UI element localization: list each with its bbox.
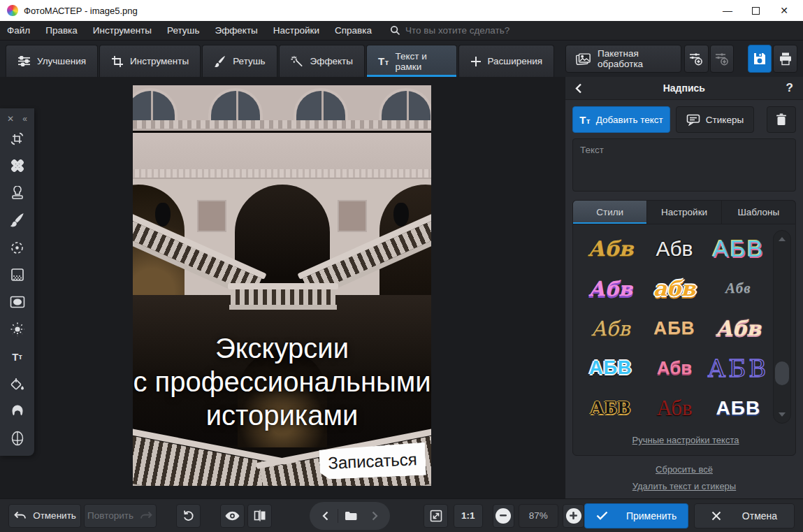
tool-clone-stamp[interactable] — [7, 184, 28, 202]
text-style-preview[interactable]: АБВ — [642, 308, 706, 348]
text-style-preview[interactable]: АБВ — [579, 388, 642, 428]
text-style-preview[interactable]: Абв — [642, 388, 706, 428]
tab-settings[interactable]: Настройки — [647, 201, 721, 224]
text-style-preview[interactable]: Абв — [707, 268, 770, 308]
tool-sun-lighting[interactable] — [7, 320, 28, 338]
save-button[interactable] — [748, 45, 772, 73]
next-image-button[interactable] — [363, 502, 386, 530]
text-style-preview[interactable]: Абв — [707, 308, 770, 348]
tool-paint-bucket[interactable] — [7, 375, 28, 393]
text-style-preview[interactable]: АБВ — [707, 388, 770, 428]
menu-effects[interactable]: Эффекты — [215, 25, 257, 36]
photo-overlay-text[interactable]: Экскурсии с профессиональными историками — [133, 331, 431, 432]
text-style-preview[interactable]: Абв — [642, 348, 706, 388]
compare-button[interactable] — [247, 504, 272, 528]
text-style-preview[interactable]: АБВ — [707, 229, 770, 268]
reset-all-link[interactable]: Сбросить всё — [565, 464, 803, 475]
undo-button[interactable]: Отменить — [8, 504, 81, 528]
tool-hairstyle[interactable] — [7, 402, 28, 420]
main-tab-bar: Улучшения Инструменты Ретушь Эффект — [0, 41, 803, 77]
tool-brush[interactable] — [7, 211, 28, 229]
minimize-button[interactable]: — — [721, 4, 734, 17]
stickers-button[interactable]: Стикеры — [676, 106, 754, 133]
zoom-in-button[interactable] — [563, 504, 584, 528]
menu-file[interactable]: Файл — [7, 25, 30, 36]
photos-icon — [576, 52, 591, 65]
text-style-preview[interactable]: АБВ — [579, 348, 642, 388]
styles-scrollbar[interactable] — [773, 230, 791, 424]
zoom-1to1-button[interactable]: 1:1 — [454, 504, 483, 528]
help-icon[interactable]: ? — [786, 81, 793, 95]
preset-add-button[interactable] — [684, 45, 709, 73]
menu-edit[interactable]: Правка — [45, 25, 78, 36]
tool-graduated-filter[interactable] — [7, 266, 28, 284]
tab-text-frames[interactable]: Tт Текст и рамки — [366, 45, 457, 77]
undo-icon — [13, 511, 27, 520]
panel-collapse-icon[interactable]: « — [22, 114, 27, 124]
menu-tools[interactable]: Инструменты — [93, 25, 152, 36]
tab-label: Текст и рамки — [396, 51, 445, 72]
manual-text-settings-link[interactable]: Ручные настройки текста — [579, 428, 793, 455]
tab-extensions[interactable]: Расширения — [458, 45, 555, 77]
print-button[interactable] — [773, 45, 797, 73]
tab-tools[interactable]: Инструменты — [99, 45, 201, 77]
text-style-preview[interactable]: Абв — [579, 268, 642, 308]
menu-retouch[interactable]: Ретушь — [167, 25, 199, 36]
text-style-preview[interactable]: Абв — [642, 229, 706, 268]
back-chevron-icon[interactable] — [575, 83, 582, 94]
tab-effects[interactable]: Эффекты — [279, 45, 365, 77]
redo-button[interactable]: Повторить — [84, 504, 157, 528]
tab-enhancements[interactable]: Улучшения — [6, 45, 98, 77]
scroll-up-icon[interactable] — [775, 232, 789, 246]
delete-button[interactable] — [767, 106, 796, 133]
fit-screen-button[interactable] — [424, 504, 448, 528]
text-input[interactable] — [572, 138, 796, 192]
cancel-button[interactable]: Отмена — [694, 503, 795, 529]
tool-healing-patch[interactable] — [7, 157, 28, 175]
tool-face-sculpt[interactable] — [7, 429, 28, 447]
maximize-button[interactable] — [752, 7, 760, 15]
left-tool-panel: ✕ « — [0, 108, 34, 456]
tab-label: Улучшения — [37, 56, 86, 66]
global-search[interactable]: Что вы хотите сделать? — [390, 25, 509, 36]
panel-title: Надпись — [582, 82, 786, 94]
tool-radial-filter[interactable] — [7, 238, 28, 257]
photo-preview[interactable]: Экскурсии с профессиональными историками… — [133, 85, 431, 486]
add-text-button[interactable]: Tт Добавить текст — [572, 106, 670, 133]
close-button[interactable]: ✕ — [778, 4, 790, 17]
tool-vignette[interactable] — [7, 293, 28, 311]
batch-processing-button[interactable]: Пакетная обработка — [565, 45, 681, 73]
tab-label: Эффекты — [310, 56, 353, 66]
trash-icon — [776, 113, 787, 126]
text-style-preview[interactable]: АБВ — [707, 348, 770, 388]
menu-settings[interactable]: Настройки — [273, 25, 319, 36]
text-style-preview[interactable]: Абв — [579, 308, 642, 348]
zoom-out-button[interactable] — [493, 504, 514, 528]
minus-icon — [495, 508, 511, 524]
tab-styles[interactable]: Стили — [573, 201, 647, 224]
open-folder-button[interactable] — [340, 502, 362, 530]
delete-text-stickers-link[interactable]: Удалить текст и стикеры — [565, 481, 803, 491]
editor-canvas[interactable]: Экскурсии с профессиональными историками… — [0, 77, 565, 498]
styles-panel: Абв Абв АБВ Абв абв Абв Абв АБВ Абв АБВ … — [572, 224, 796, 456]
tab-templates[interactable]: Шаблоны — [722, 201, 795, 224]
rotate-ccw-icon — [182, 510, 194, 522]
show-original-button[interactable] — [220, 504, 245, 528]
scroll-down-icon[interactable] — [775, 408, 789, 422]
panel-close-icon[interactable]: ✕ — [7, 114, 14, 124]
menu-help[interactable]: Справка — [335, 25, 372, 36]
text-style-preview[interactable]: Абв — [579, 229, 642, 268]
scrollbar-thumb[interactable] — [775, 361, 789, 385]
speech-bubble-icon — [686, 114, 700, 126]
tab-retouch[interactable]: Ретушь — [202, 45, 277, 77]
text-style-preview[interactable]: абв — [642, 268, 706, 308]
prev-image-button[interactable] — [314, 502, 336, 530]
tool-crop-rotate[interactable] — [7, 129, 28, 148]
style-tabs: Стили Настройки Шаблоны — [572, 200, 796, 224]
tool-text[interactable]: Tт — [7, 347, 28, 366]
rotate-left-button[interactable] — [176, 504, 201, 528]
preset-download-button[interactable] — [710, 45, 735, 73]
apply-button[interactable]: Применить — [584, 503, 688, 529]
file-navigator — [310, 502, 390, 530]
text-icon: Tт — [378, 55, 389, 67]
